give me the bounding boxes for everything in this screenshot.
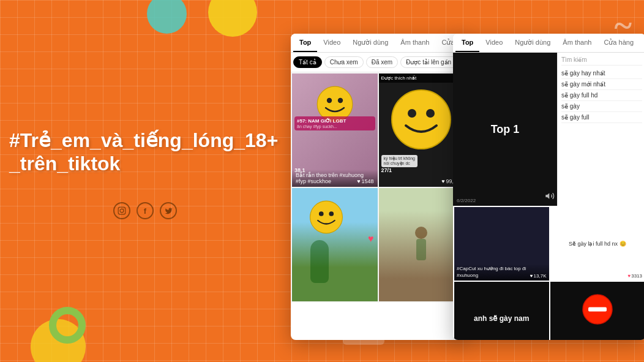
- screen2-top-row: Top 1 6/2/2022 Tìm kiếm sẽ gày hay nhất …: [453, 53, 644, 206]
- svg-marker-12: [545, 193, 549, 198]
- filter-chuaxem[interactable]: Chưa xem: [324, 56, 364, 68]
- twitter-icon[interactable]: [160, 202, 177, 219]
- main-title: #Trẻ_em_và_tiếng_lóng_18+ _trên_tiktok: [9, 129, 278, 176]
- screen2-date: 6/2/2022: [457, 198, 476, 203]
- top1-label: Top 1: [491, 123, 520, 136]
- s2-card-3[interactable]: anh sẽ gày nam: [454, 282, 549, 340]
- svg-point-7: [408, 109, 416, 118]
- s2-card-2[interactable]: Sẽ gày lại full hd nx 😊 ♥3313: [550, 207, 645, 281]
- screen1-video-grid: #57: NAM GIỚI LGBT ăn chay #fyp suckh...…: [291, 72, 465, 303]
- screen2-tab-nguoidung[interactable]: Người dùng: [509, 34, 556, 52]
- social-icons-group: f: [113, 202, 177, 219]
- video3-heart: ♥: [368, 233, 374, 244]
- video1-hashtag: #57: NAM GIỚI LGBT ăn chay #fyp suckh...: [294, 116, 375, 130]
- s2-card-4[interactable]: còn xem hà :)))): [550, 282, 645, 340]
- video1-like: ♥1548: [357, 178, 373, 184]
- facebook-icon[interactable]: f: [137, 202, 154, 219]
- video2-liked-badge: Được thích nhất: [379, 74, 465, 83]
- search-item-1[interactable]: sẽ gày hay nhất: [561, 68, 642, 79]
- video-card-1[interactable]: #57: NAM GIỚI LGBT ăn chay #fyp suckh...…: [292, 74, 378, 187]
- video2-comment: ký hiệu trt khôngnói chuyện dc: [381, 155, 417, 167]
- video4-figure: [406, 227, 436, 263]
- video-card-4[interactable]: [379, 188, 465, 301]
- screen2-tab-bar: Top Video Người dùng Âm thanh Cửa hàng: [453, 34, 644, 53]
- search-item-3[interactable]: sẽ gày full hd: [561, 90, 642, 101]
- svg-point-2: [124, 208, 124, 209]
- screen2-search-list: Tìm kiếm sẽ gày hay nhất sẽ gày mới nhất…: [557, 53, 644, 206]
- s2-card2-text: Sẽ gày lại full hd nx 😊: [565, 237, 630, 251]
- filter-daxem[interactable]: Đã xem: [366, 56, 398, 68]
- screen1-filter-bar: Tất cả Chưa xem Đã xem Được tải lên gần …: [291, 53, 465, 72]
- person-silhouette: [310, 240, 329, 283]
- deco-circle-green: [49, 307, 86, 344]
- svg-point-6: [392, 90, 451, 149]
- svg-point-8: [426, 109, 435, 118]
- tab-amthanh[interactable]: Âm thanh: [394, 34, 435, 52]
- sound-icon: [545, 191, 555, 203]
- svg-point-10: [319, 211, 324, 216]
- search-header: Tìm kiếm: [561, 56, 642, 66]
- svg-point-1: [120, 209, 124, 213]
- s2-card1-like: ♥13,7K: [530, 273, 547, 279]
- tab-nguoidung[interactable]: Người dùng: [346, 34, 394, 52]
- s2-card2-like: ♥3313: [627, 273, 642, 279]
- tab-top[interactable]: Top: [293, 34, 317, 52]
- search-item-5[interactable]: sẽ gày full: [561, 112, 642, 123]
- svg-rect-0: [118, 207, 125, 214]
- screen2-tab-top[interactable]: Top: [455, 34, 479, 52]
- screen2-tab-cuahang[interactable]: Cửa hàng: [597, 34, 640, 52]
- filter-tatca[interactable]: Tất cả: [293, 56, 322, 68]
- search-item-2[interactable]: sẽ gày mới nhất: [561, 79, 642, 90]
- smiley-2: [391, 89, 452, 150]
- svg-point-11: [329, 211, 334, 216]
- screen1-tab-bar: Top Video Người dùng Âm thanh Cửa hàng: [291, 34, 465, 53]
- screen2-tab-amthanh[interactable]: Âm thanh: [556, 34, 597, 52]
- s2-card-1[interactable]: #CapCut xu hướng đi bác top đi #xuhuong …: [454, 207, 549, 281]
- screen2-tab-video[interactable]: Video: [479, 34, 509, 52]
- svg-point-9: [310, 201, 342, 233]
- screen2-top-video[interactable]: Top 1 6/2/2022: [453, 53, 557, 206]
- screen1: Top Video Người dùng Âm thanh Cửa hàng T…: [291, 34, 465, 340]
- svg-rect-14: [588, 307, 607, 312]
- instagram-icon[interactable]: [113, 202, 130, 219]
- video2-num: 27/1: [381, 167, 392, 173]
- video-card-2[interactable]: Được thích nhất ký hiệu trt khôngnói chu…: [379, 74, 465, 187]
- screen2-bottom-grid: #CapCut xu hướng đi bác top đi #xuhuong …: [453, 206, 644, 340]
- video-card-3[interactable]: ♥: [292, 188, 378, 301]
- svg-point-4: [327, 98, 332, 103]
- screen2: Top Video Người dùng Âm thanh Cửa hàng T…: [453, 34, 644, 340]
- s2-card3-text: anh sẽ gày nam: [470, 311, 533, 326]
- tab-video[interactable]: Video: [317, 34, 346, 52]
- navigation-arrow[interactable]: →: [343, 314, 384, 345]
- no-entry-sign: [582, 294, 613, 325]
- search-item-4[interactable]: sẽ gày: [561, 101, 642, 112]
- svg-point-5: [338, 98, 343, 103]
- smiley-3: [309, 200, 343, 234]
